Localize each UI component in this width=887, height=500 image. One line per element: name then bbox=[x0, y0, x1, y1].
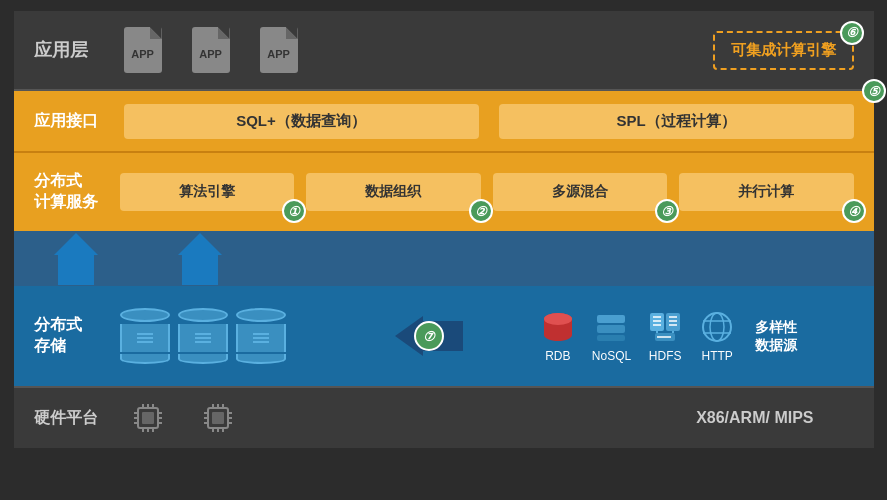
hardware-layer: 硬件平台 bbox=[14, 386, 874, 448]
db-disk-3 bbox=[236, 308, 286, 322]
db-lines-icon-1 bbox=[135, 330, 155, 346]
hardware-platforms: X86/ARM/ MIPS bbox=[696, 409, 813, 427]
db-icon-3 bbox=[236, 308, 286, 364]
datasource-nosql: NoSQL bbox=[592, 309, 631, 363]
chip-icon-1 bbox=[128, 398, 168, 438]
compute-label-2: 计算服务 bbox=[34, 192, 104, 213]
api-layer-label: 应用接口 bbox=[34, 111, 104, 132]
svg-rect-14 bbox=[650, 313, 664, 331]
hardware-label: 硬件平台 bbox=[34, 408, 98, 429]
storage-label-2: 存储 bbox=[34, 336, 104, 357]
app-label-1: APP bbox=[131, 48, 154, 60]
integrable-label: 可集成计算引擎 bbox=[731, 41, 836, 60]
datasource-title: 多样性数据源 bbox=[755, 318, 797, 354]
arrow-left-container: ⑦ bbox=[394, 316, 464, 356]
app-layer: 应用层 APP APP APP 可集成计算引擎 bbox=[14, 11, 874, 91]
db-bottom-3 bbox=[236, 354, 286, 364]
svg-rect-13 bbox=[597, 335, 625, 341]
compute-boxes: 算法引擎 ① 数据组织 ② 多源混合 ③ 并行计算 ④ bbox=[120, 173, 854, 211]
db-icon-1 bbox=[120, 308, 170, 364]
app-label-3: APP bbox=[267, 48, 290, 60]
api-box-spl: SPL（过程计算） bbox=[499, 104, 854, 139]
app-icon-2: APP bbox=[192, 27, 230, 73]
badge-6: ⑥ bbox=[840, 21, 864, 45]
db-lines-icon-2 bbox=[193, 330, 213, 346]
svg-point-19 bbox=[703, 313, 731, 341]
svg-rect-12 bbox=[597, 325, 625, 333]
db-body-1 bbox=[120, 324, 170, 352]
app-icon-3: APP bbox=[260, 27, 298, 73]
compute-layer-label: 分布式 计算服务 bbox=[34, 171, 104, 213]
app-label-2: APP bbox=[199, 48, 222, 60]
nosql-label: NoSQL bbox=[592, 349, 631, 363]
doc-icon-1: APP bbox=[124, 27, 162, 73]
chip-icon-2 bbox=[198, 398, 238, 438]
api-layer: 应用接口 SQL+（数据查询） SPL（过程计算） ⑤ bbox=[14, 91, 874, 151]
db-disk-2 bbox=[178, 308, 228, 322]
svg-point-10 bbox=[544, 313, 572, 325]
storage-left: 分布式 存储 bbox=[14, 308, 394, 364]
arrow-head-left bbox=[54, 233, 98, 255]
db-body-2 bbox=[178, 324, 228, 352]
svg-rect-38 bbox=[212, 412, 224, 424]
compute-layer: 分布式 计算服务 算法引擎 ① 数据组织 ② 多源混合 ③ 并行计算 ④ bbox=[14, 151, 874, 231]
db-icon-2 bbox=[178, 308, 228, 364]
badge-7: ⑦ bbox=[414, 321, 444, 351]
app-icon-1: APP bbox=[124, 27, 162, 73]
app-layer-label: 应用层 bbox=[34, 38, 104, 62]
http-icon bbox=[699, 309, 735, 345]
compute-box-3: 多源混合 ③ bbox=[493, 173, 668, 211]
compute-box-4: 并行计算 ④ bbox=[679, 173, 854, 211]
datasource-hdfs: HDFS bbox=[647, 309, 683, 363]
api-boxes: SQL+（数据查询） SPL（过程计算） bbox=[124, 104, 854, 139]
arrow-up-right bbox=[178, 233, 222, 285]
rdb-label: RDB bbox=[545, 349, 570, 363]
http-label: HTTP bbox=[702, 349, 733, 363]
badge-2: ② bbox=[469, 199, 493, 223]
badge-3: ③ bbox=[655, 199, 679, 223]
architecture-diagram: 应用层 APP APP APP 可集成计算引擎 bbox=[14, 11, 874, 489]
arrow-shaft-left bbox=[58, 255, 94, 285]
nosql-icon bbox=[593, 309, 629, 345]
svg-rect-11 bbox=[597, 315, 625, 323]
compute-box-2: 数据组织 ② bbox=[306, 173, 481, 211]
app-icons-row: APP APP APP 可集成计算引擎 ⑥ bbox=[124, 27, 854, 73]
db-lines-icon-3 bbox=[251, 330, 271, 346]
storage-label-1: 分布式 bbox=[34, 315, 104, 336]
doc-icon-2: APP bbox=[192, 27, 230, 73]
badge-1: ① bbox=[282, 199, 306, 223]
integrable-button[interactable]: 可集成计算引擎 ⑥ bbox=[713, 31, 854, 70]
badge-5: ⑤ bbox=[862, 79, 886, 103]
hdfs-icon bbox=[647, 309, 683, 345]
svg-point-20 bbox=[710, 313, 724, 341]
badge-4: ④ bbox=[842, 199, 866, 223]
svg-rect-24 bbox=[142, 412, 154, 424]
compute-label-1: 分布式 bbox=[34, 171, 104, 192]
storage-layer: 分布式 存储 bbox=[14, 286, 874, 386]
api-box-sql: SQL+（数据查询） bbox=[124, 104, 479, 139]
storage-icons bbox=[120, 308, 286, 364]
arrow-head-right bbox=[178, 233, 222, 255]
arrow-up-left bbox=[54, 233, 98, 285]
svg-rect-15 bbox=[666, 313, 680, 331]
db-bottom-1 bbox=[120, 354, 170, 364]
datasource-icons: RDB NoSQL bbox=[540, 309, 735, 363]
storage-right: RDB NoSQL bbox=[464, 309, 874, 363]
arrow-row bbox=[14, 231, 874, 286]
db-bottom-2 bbox=[178, 354, 228, 364]
compute-box-1: 算法引擎 ① bbox=[120, 173, 295, 211]
db-body-3 bbox=[236, 324, 286, 352]
arrow-shaft-right bbox=[182, 255, 218, 285]
hdfs-label: HDFS bbox=[649, 349, 682, 363]
datasource-http: HTTP bbox=[699, 309, 735, 363]
storage-label: 分布式 存储 bbox=[34, 315, 104, 357]
db-disk-1 bbox=[120, 308, 170, 322]
datasource-rdb: RDB bbox=[540, 309, 576, 363]
doc-icon-3: APP bbox=[260, 27, 298, 73]
rdb-icon bbox=[540, 309, 576, 345]
